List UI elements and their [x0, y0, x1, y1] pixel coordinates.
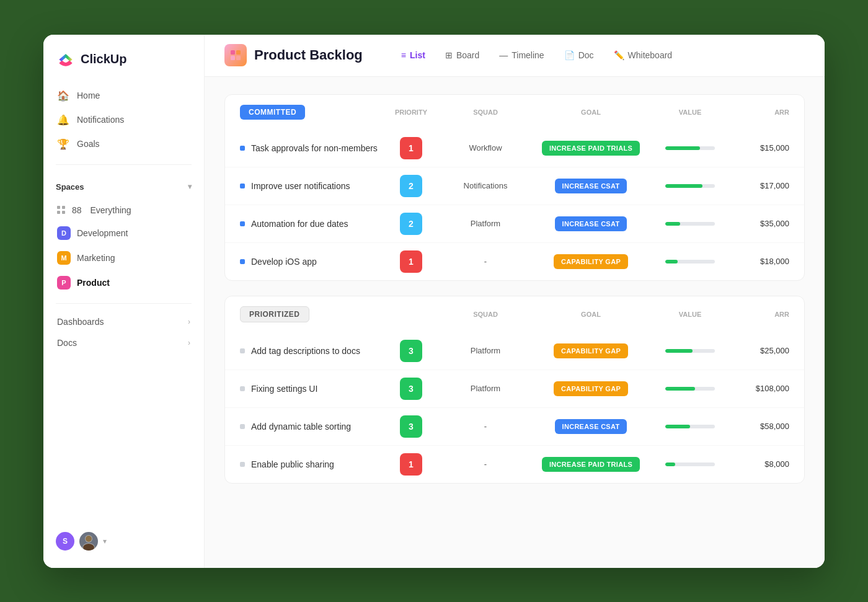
- priority-cell: 3: [380, 340, 442, 362]
- arr-cell: $108,000: [727, 384, 789, 393]
- dashboards-item[interactable]: Dashboards ›: [43, 311, 204, 332]
- col-arr-p: ARR: [727, 311, 789, 318]
- section-committed: COMMITTED PRIORITY SQUAD GOAL VALUE ARR …: [224, 94, 805, 281]
- table-row[interactable]: Fixing settings UI 3 Platform CAPABILITY…: [225, 370, 804, 408]
- goal-badge: INCREASE CSAT: [555, 419, 627, 434]
- table-row[interactable]: Add tag descriptions to docs 3 Platform …: [225, 332, 804, 370]
- goal-cell: INCREASE CSAT: [529, 216, 653, 231]
- app-window: ClickUp 🏠 Home 🔔 Notifications 🏆 Goals S…: [43, 35, 825, 568]
- space-item-development[interactable]: D Development: [50, 221, 198, 245]
- space-everything-label: Everything: [88, 205, 131, 215]
- goal-badge: INCREASE CSAT: [555, 179, 627, 193]
- value-cell: [653, 260, 727, 263]
- task-dot: [240, 146, 245, 151]
- squad-cell: Notifications: [442, 181, 529, 190]
- sidebar-item-home[interactable]: 🏠 Home: [50, 84, 198, 107]
- everything-icon: [57, 206, 66, 215]
- progress-fill: [665, 349, 693, 353]
- table-row[interactable]: Enable public sharing 1 - INCREASE PAID …: [225, 446, 804, 483]
- progress-bar: [665, 387, 715, 391]
- progress-bar: [665, 146, 715, 150]
- dev-badge: D: [57, 226, 71, 240]
- arr-cell: $15,000: [727, 143, 789, 153]
- sidebar-goals-label: Goals: [77, 139, 100, 149]
- dropdown-arrow[interactable]: ▾: [103, 537, 107, 546]
- goal-badge: INCREASE PAID TRIALS: [542, 141, 640, 156]
- top-bar: Product Backlog ≡ List ⊞ Board — Timelin…: [205, 35, 825, 77]
- tab-whiteboard[interactable]: ✏️ Whiteboard: [605, 46, 681, 64]
- goal-cell: INCREASE CSAT: [529, 419, 653, 434]
- priority-badge: 2: [400, 175, 422, 197]
- value-cell: [653, 463, 727, 466]
- progress-fill: [665, 222, 680, 226]
- space-item-product[interactable]: P Product: [50, 271, 198, 294]
- table-row[interactable]: Automation for due dates 2 Platform INCR…: [225, 205, 804, 243]
- priority-cell: 3: [380, 415, 442, 438]
- task-name: Add dynamic table sorting: [240, 422, 380, 432]
- space-development-label: Development: [77, 228, 128, 238]
- table-row[interactable]: Develop iOS app 1 - CAPABILITY GAP: [225, 243, 804, 280]
- task-name: Fixing settings UI: [240, 384, 380, 394]
- dashboards-chevron: ›: [188, 317, 190, 326]
- priority-badge: 3: [400, 378, 422, 400]
- table-row[interactable]: Add dynamic table sorting 3 - INCREASE C…: [225, 408, 804, 446]
- tab-doc[interactable]: 📄 Doc: [556, 46, 603, 64]
- task-dot: [240, 386, 245, 391]
- list-icon: ≡: [401, 50, 406, 60]
- progress-fill: [665, 184, 702, 188]
- value-cell: [653, 387, 727, 391]
- priority-badge: 1: [400, 250, 422, 273]
- sidebar-item-notifications[interactable]: 🔔 Notifications: [50, 108, 198, 131]
- tab-list-label: List: [410, 50, 425, 60]
- sidebar-item-goals[interactable]: 🏆 Goals: [50, 133, 198, 156]
- avatar-s[interactable]: S: [56, 532, 74, 551]
- progress-bar: [665, 349, 715, 353]
- priority-cell: 1: [380, 250, 442, 273]
- goal-badge: INCREASE PAID TRIALS: [542, 457, 640, 472]
- squad-cell: Platform: [442, 384, 529, 393]
- docs-item[interactable]: Docs ›: [43, 332, 204, 353]
- tab-board[interactable]: ⊞ Board: [436, 46, 488, 64]
- page-title-area: Product Backlog: [224, 44, 363, 66]
- priority-cell: 2: [380, 213, 442, 235]
- table-row[interactable]: Improve user notifications 2 Notificatio…: [225, 167, 804, 205]
- tab-timeline[interactable]: — Timeline: [490, 46, 552, 64]
- space-item-everything[interactable]: 88 Everything: [50, 200, 198, 220]
- page-icon: [224, 44, 247, 66]
- svg-rect-5: [236, 50, 241, 55]
- space-marketing-label: Marketing: [77, 253, 115, 263]
- value-cell: [653, 146, 727, 150]
- committed-badge: COMMITTED: [240, 105, 305, 120]
- squad-cell: -: [442, 459, 529, 469]
- col-value-p: VALUE: [653, 311, 727, 318]
- task-dot: [240, 424, 245, 429]
- progress-bar: [665, 425, 715, 428]
- arr-cell: $35,000: [727, 219, 789, 228]
- space-item-marketing[interactable]: M Marketing: [50, 246, 198, 270]
- logo-text: ClickUp: [81, 52, 126, 66]
- main-content: Product Backlog ≡ List ⊞ Board — Timelin…: [205, 35, 825, 568]
- goal-cell: INCREASE PAID TRIALS: [529, 141, 653, 156]
- arr-cell: $17,000: [727, 181, 789, 190]
- goal-cell: CAPABILITY GAP: [529, 343, 653, 358]
- col-squad-p: SQUAD: [442, 311, 529, 318]
- dashboards-label: Dashboards: [57, 317, 104, 327]
- section-committed-header: COMMITTED PRIORITY SQUAD GOAL VALUE ARR: [225, 95, 804, 130]
- page-title: Product Backlog: [254, 47, 363, 63]
- task-name: Add tag descriptions to docs: [240, 346, 380, 356]
- prioritized-badge: PRIORITIZED: [240, 306, 309, 322]
- col-goal-p: GOAL: [529, 311, 653, 318]
- spaces-header[interactable]: Spaces ▾: [56, 182, 192, 192]
- sidebar-home-label: Home: [77, 91, 100, 100]
- squad-cell: -: [442, 257, 529, 266]
- progress-fill: [665, 425, 690, 428]
- tab-list[interactable]: ≡ List: [392, 46, 434, 64]
- avatar-user[interactable]: [79, 532, 98, 551]
- priority-badge: 3: [400, 415, 422, 438]
- table-row[interactable]: Task approvals for non-members 1 Workflo…: [225, 130, 804, 167]
- task-name: Develop iOS app: [240, 257, 380, 267]
- timeline-icon: —: [499, 50, 508, 60]
- priority-badge: 3: [400, 340, 422, 362]
- progress-fill: [665, 260, 678, 263]
- space-product-label: Product: [77, 278, 110, 288]
